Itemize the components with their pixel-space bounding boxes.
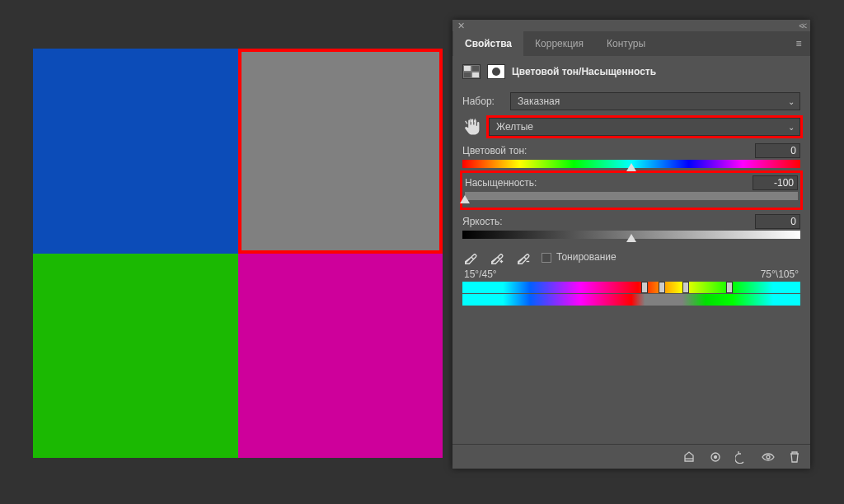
preset-dropdown[interactable]: Заказная ⌄ bbox=[510, 92, 800, 110]
saturation-slider-group: Насыщенность: -100 bbox=[465, 175, 798, 200]
svg-rect-0 bbox=[464, 66, 471, 71]
clip-to-layer-icon[interactable] bbox=[682, 450, 696, 464]
preset-label: Набор: bbox=[462, 96, 504, 107]
range-handle[interactable] bbox=[659, 282, 665, 293]
tab-correction[interactable]: Коррекция bbox=[523, 31, 595, 56]
color-range-strips[interactable] bbox=[462, 282, 800, 306]
adjustment-title: Цветовой тон/Насыщенность bbox=[512, 66, 656, 77]
lightness-slider-group: Яркость: 0 bbox=[462, 214, 800, 239]
angle-left: 15°/45° bbox=[464, 268, 497, 280]
range-strip-top[interactable] bbox=[462, 282, 800, 293]
view-previous-icon[interactable] bbox=[708, 450, 723, 464]
channel-value: Желтые bbox=[496, 121, 533, 133]
quadrant-blue bbox=[33, 49, 238, 254]
saturation-highlight-frame: Насыщенность: -100 bbox=[462, 173, 800, 208]
panel-tabs: Свойства Коррекция Контуры ≡ bbox=[452, 31, 810, 56]
saturation-thumb[interactable] bbox=[460, 195, 470, 203]
close-icon[interactable]: ✕ bbox=[457, 21, 465, 31]
hue-label: Цветовой тон: bbox=[462, 145, 527, 156]
visibility-icon[interactable] bbox=[761, 450, 776, 464]
eyedropper-minus-icon[interactable] bbox=[515, 249, 532, 265]
properties-panel: ✕ << Свойства Коррекция Контуры ≡ Цветов… bbox=[452, 20, 810, 469]
adjustment-header: Цветовой тон/Насыщенность bbox=[452, 56, 810, 87]
svg-point-6 bbox=[767, 455, 770, 459]
trash-icon[interactable] bbox=[787, 450, 802, 464]
svg-point-5 bbox=[715, 455, 717, 458]
svg-rect-2 bbox=[464, 72, 471, 77]
hue-slider-group: Цветовой тон: 0 bbox=[462, 143, 800, 168]
svg-rect-3 bbox=[472, 72, 479, 77]
svg-rect-1 bbox=[472, 66, 479, 71]
quadrant-green bbox=[33, 254, 238, 459]
saturation-label: Насыщенность: bbox=[465, 177, 537, 189]
angle-readout: 15°/45° 75°\105° bbox=[462, 268, 800, 280]
saturation-value-field[interactable]: -100 bbox=[753, 175, 798, 190]
lightness-thumb[interactable] bbox=[626, 234, 636, 242]
collapse-icon[interactable]: << bbox=[799, 21, 805, 30]
preset-value: Заказная bbox=[518, 96, 560, 107]
quadrant-magenta bbox=[238, 254, 443, 459]
tab-properties[interactable]: Свойства bbox=[453, 31, 523, 56]
lightness-slider-track[interactable] bbox=[462, 231, 800, 239]
range-strip-bottom bbox=[462, 294, 800, 306]
hue-value-field[interactable]: 0 bbox=[755, 143, 800, 158]
hue-sat-icon bbox=[462, 64, 481, 79]
lightness-label: Яркость: bbox=[462, 216, 502, 227]
canvas-preview bbox=[33, 49, 443, 458]
panel-menu-icon[interactable]: ≡ bbox=[787, 31, 810, 56]
eyedropper-plus-icon[interactable] bbox=[489, 249, 505, 265]
lightness-value-field[interactable]: 0 bbox=[755, 214, 800, 229]
eyedropper-row: Тонирование bbox=[462, 244, 800, 267]
saturation-slider-track[interactable] bbox=[465, 192, 798, 200]
quadrant-gray-highlight bbox=[238, 49, 443, 254]
hue-slider-track[interactable] bbox=[462, 160, 800, 168]
angle-right: 75°\105° bbox=[761, 268, 799, 280]
range-handle[interactable] bbox=[726, 282, 733, 293]
chevron-down-icon: ⌄ bbox=[788, 97, 795, 106]
tab-contours[interactable]: Контуры bbox=[595, 31, 657, 56]
range-handle[interactable] bbox=[641, 282, 648, 293]
range-handle[interactable] bbox=[682, 282, 689, 293]
channel-dropdown[interactable]: Желтые ⌄ bbox=[489, 118, 800, 136]
reset-icon[interactable] bbox=[734, 450, 749, 464]
panel-titlebar: ✕ << bbox=[452, 20, 810, 31]
colorize-label: Тонирование bbox=[556, 251, 617, 263]
chevron-down-icon: ⌄ bbox=[788, 123, 795, 132]
colorize-checkbox[interactable]: Тонирование bbox=[542, 251, 617, 263]
scrubby-hand-icon[interactable] bbox=[462, 117, 482, 137]
mask-icon bbox=[487, 64, 505, 79]
panel-footer bbox=[452, 444, 810, 469]
eyedropper-icon[interactable] bbox=[462, 249, 479, 265]
hue-thumb[interactable] bbox=[626, 163, 636, 171]
